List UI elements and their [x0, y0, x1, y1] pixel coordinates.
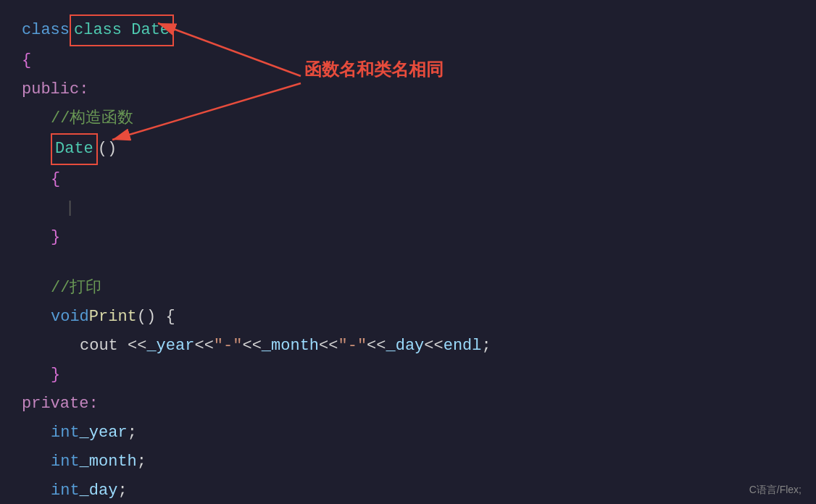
- comment-print: //打印: [51, 274, 101, 303]
- line-4: //构造函数: [22, 104, 794, 133]
- member-year: _year: [80, 419, 128, 448]
- line-1: class class Date: [22, 14, 794, 46]
- line-12: cout << _year << "-" << _month << "-" <<…: [22, 332, 794, 361]
- op3: <<: [319, 332, 338, 361]
- constructor-parens: (): [98, 135, 117, 164]
- close-brace-2: }: [51, 361, 60, 390]
- kw-int-3: int: [51, 476, 80, 504]
- str-dash2: "-": [338, 332, 367, 361]
- var-year: _year: [146, 332, 194, 361]
- var-month: _month: [262, 332, 319, 361]
- keyword-private: private:: [22, 390, 99, 419]
- dot-separator: |: [22, 194, 75, 223]
- line-5: Date (): [22, 133, 794, 165]
- semicolon-month: ;: [137, 448, 146, 476]
- kw-int-1: int: [51, 419, 80, 448]
- cout-stmt: cout <<: [80, 332, 146, 361]
- constructor-name: Date: [55, 140, 93, 158]
- member-day: _day: [80, 476, 118, 504]
- semicolon-year: ;: [128, 419, 137, 448]
- open-brace-2: {: [51, 165, 60, 194]
- line-16: int _month ;: [22, 448, 794, 476]
- keyword-void: void: [51, 303, 89, 332]
- class-name: class Date: [74, 21, 170, 39]
- line-10: //打印: [22, 274, 794, 303]
- annotation-text: 函数名和类名相同: [304, 58, 444, 81]
- op2: <<: [242, 332, 261, 361]
- line-15: int _year ;: [22, 419, 794, 448]
- var-day: _day: [386, 332, 425, 361]
- op1: <<: [194, 332, 213, 361]
- watermark: C语言/Flex;: [749, 484, 802, 497]
- op4: <<: [367, 332, 386, 361]
- line-17: int _day ;: [22, 476, 794, 504]
- keyword-public: public:: [22, 75, 88, 104]
- comment-constructor: //构造函数: [51, 104, 133, 133]
- kw-int-2: int: [51, 448, 80, 476]
- code-container: class class Date { public: //构造函数 Date (…: [0, 0, 816, 504]
- line-6: {: [22, 165, 794, 194]
- line-8: }: [22, 223, 794, 252]
- close-brace-1: }: [51, 223, 60, 252]
- member-month: _month: [80, 448, 137, 476]
- str-dash1: "-": [214, 332, 243, 361]
- semicolon-day: ;: [117, 476, 127, 504]
- var-endl: endl: [444, 332, 482, 361]
- func-print: Print: [89, 303, 137, 332]
- op5: <<: [424, 332, 443, 361]
- open-brace-1: {: [22, 46, 31, 75]
- line-14: private:: [22, 390, 794, 419]
- keyword-class: class: [22, 16, 70, 45]
- line-13: }: [22, 361, 794, 390]
- line-7: |: [22, 194, 794, 223]
- line-11: void Print () {: [22, 303, 794, 332]
- code-area: class class Date { public: //构造函数 Date (…: [22, 14, 794, 504]
- constructor-name-box: Date: [51, 133, 98, 165]
- print-parens: () {: [137, 303, 175, 332]
- line-9: [22, 252, 794, 274]
- class-name-date-box: class Date: [70, 14, 174, 46]
- semicolon1: ;: [482, 332, 491, 361]
